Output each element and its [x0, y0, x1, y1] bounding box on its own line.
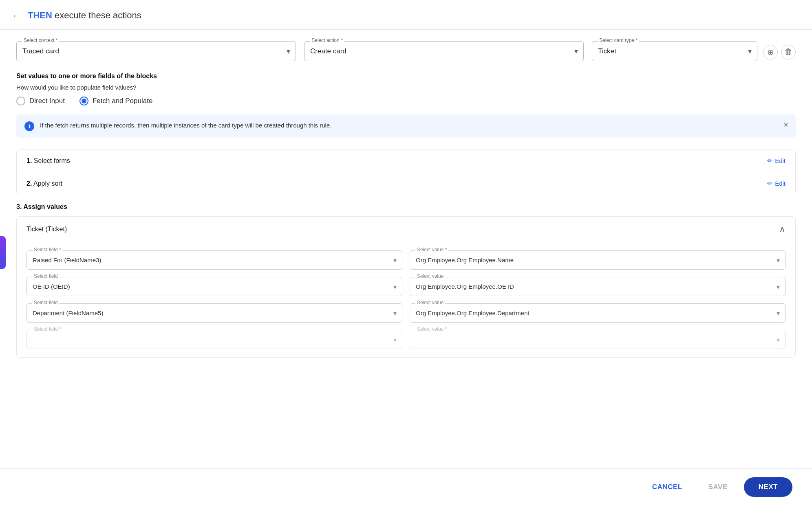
set-values-title: Set values to one or more fields of the … — [16, 72, 796, 80]
radio-group: Direct Input Fetch and Populate — [16, 97, 796, 105]
assign-header: Ticket (Ticket) ∧ — [17, 217, 795, 242]
field-label-4: Select field * — [32, 326, 63, 332]
step-1-number: 1. — [26, 157, 32, 164]
step-2-text: Apply sort — [33, 180, 62, 187]
card-type-label: Select card type * — [598, 37, 639, 43]
action-required-star: * — [341, 37, 343, 43]
step-1-edit-icon: ✏ — [767, 157, 772, 165]
field-row-1: Select field * Raised For (FieldName3) ▾… — [26, 250, 786, 270]
context-select[interactable]: Traced card — [16, 41, 296, 61]
assign-values-heading: 3. Assign values — [16, 203, 796, 211]
step-1-label: 1. Select forms — [26, 157, 70, 165]
action-label: Select action * — [310, 37, 344, 43]
page-title: THEN execute these actions — [28, 10, 141, 21]
direct-input-option[interactable]: Direct Input — [16, 97, 65, 105]
field-required-star-4: * — [59, 326, 61, 332]
save-button[interactable]: SAVE — [699, 478, 737, 496]
action-select-group: Select action * Create card ▾ — [304, 41, 584, 61]
cancel-button[interactable]: CANCEL — [642, 478, 692, 496]
title-rest: execute these actions — [52, 10, 141, 20]
direct-input-label: Direct Input — [29, 97, 65, 105]
field-dropdown-2[interactable]: OE ID (OEID) — [26, 277, 402, 296]
info-icon: i — [24, 121, 34, 131]
card-type-icon-buttons: ⊕ 🗑 — [763, 45, 796, 59]
value-dropdown-1[interactable]: Org Employee.Org Employee.Name — [410, 250, 786, 270]
step-2-edit-label: Edit — [775, 180, 786, 187]
fetch-populate-option[interactable]: Fetch and Populate — [79, 97, 152, 105]
card-type-select[interactable]: Ticket — [592, 41, 757, 61]
add-card-type-button[interactable]: ⊕ — [763, 45, 778, 59]
value-required-star-4: * — [445, 326, 447, 332]
step-2-edit-button[interactable]: ✏ Edit — [767, 180, 786, 187]
step-2-label: 2. Apply sort — [26, 180, 62, 187]
card-type-select-group: Select card type * Ticket ▾ — [592, 41, 757, 61]
step-1-edit-label: Edit — [775, 157, 786, 164]
field-select-2: Select field OE ID (OEID) ▾ — [26, 277, 402, 296]
value-label-4: Select value * — [415, 326, 448, 332]
field-row-3: Select field Department (FieldName5) ▾ S… — [26, 303, 786, 323]
step-1-row: 1. Select forms ✏ Edit — [17, 149, 795, 172]
value-label-2: Select value — [415, 273, 445, 279]
dropdowns-row: Select context * Traced card ▾ Select ac… — [16, 41, 796, 61]
step-1-text: Select forms — [34, 157, 70, 164]
back-button[interactable]: ← — [10, 9, 23, 22]
field-row-4: Select field * ▾ Select value * — [26, 330, 786, 349]
value-dropdown-2[interactable]: Org Employee.Org Employee.OE ID — [410, 277, 786, 296]
info-close-button[interactable]: × — [783, 120, 788, 130]
side-tab — [0, 236, 6, 269]
value-dropdown-4[interactable] — [410, 330, 786, 349]
populate-question: How would you like to populate field val… — [16, 84, 796, 91]
assign-section-container: Ticket (Ticket) ∧ Select field * Rai — [16, 216, 796, 358]
field-rows: Select field * Raised For (FieldName3) ▾… — [17, 242, 795, 357]
step-2-edit-icon: ✏ — [767, 180, 772, 187]
value-label-3: Select value — [415, 300, 445, 305]
footer: CANCEL SAVE NEXT — [0, 468, 812, 505]
context-label: Select context * — [22, 37, 59, 43]
direct-input-radio[interactable] — [16, 97, 25, 105]
field-select-4: Select field * ▾ — [26, 330, 402, 349]
field-dropdown-1[interactable]: Raised For (FieldName3) — [26, 250, 402, 270]
value-select-1: Select value * Org Employee.Org Employee… — [410, 250, 786, 270]
value-required-star-1: * — [445, 247, 447, 253]
field-required-star-1: * — [59, 247, 61, 253]
set-values-section: Set values to one or more fields of the … — [16, 72, 796, 358]
field-select-1: Select field * Raised For (FieldName3) ▾ — [26, 250, 402, 270]
value-select-3: Select value Org Employee.Org Employee.D… — [410, 303, 786, 323]
field-dropdown-3[interactable]: Department (FieldName5) — [26, 303, 402, 323]
value-dropdown-3[interactable]: Org Employee.Org Employee.Department — [410, 303, 786, 323]
back-icon: ← — [12, 11, 20, 20]
ticket-header-title: Ticket (Ticket) — [26, 226, 67, 233]
context-required-star: * — [56, 37, 58, 43]
collapse-button[interactable]: ∧ — [779, 224, 786, 235]
field-row-2: Select field OE ID (OEID) ▾ Select value — [26, 277, 786, 296]
action-select[interactable]: Create card — [304, 41, 584, 61]
value-label-1: Select value * — [415, 247, 448, 253]
delete-card-type-button[interactable]: 🗑 — [781, 45, 796, 59]
info-banner: i If the fetch returns multiple records,… — [16, 114, 796, 138]
field-label-2: Select field — [32, 273, 60, 279]
context-select-group: Select context * Traced card ▾ — [16, 41, 296, 61]
step-1-edit-button[interactable]: ✏ Edit — [767, 157, 786, 165]
step-2-row: 2. Apply sort ✏ Edit — [17, 172, 795, 195]
field-select-3: Select field Department (FieldName5) ▾ — [26, 303, 402, 323]
field-dropdown-4[interactable] — [26, 330, 402, 349]
info-text: If the fetch returns multiple records, t… — [40, 121, 788, 130]
fetch-populate-radio[interactable] — [79, 97, 88, 105]
value-select-4: Select value * ▾ — [410, 330, 786, 349]
assign-label: Assign values — [23, 203, 67, 210]
field-label-1: Select field * — [32, 247, 63, 253]
step-2-number: 2. — [26, 180, 32, 187]
assign-values-section: 3. Assign values Ticket (Ticket) ∧ Se — [16, 203, 796, 358]
card-type-required-star: * — [635, 37, 638, 43]
next-button[interactable]: NEXT — [744, 477, 792, 497]
field-label-3: Select field — [32, 300, 60, 305]
value-select-2: Select value Org Employee.Org Employee.O… — [410, 277, 786, 296]
page-header: ← THEN execute these actions — [0, 0, 812, 30]
fetch-populate-label: Fetch and Populate — [93, 97, 152, 105]
steps-section: 1. Select forms ✏ Edit 2. Apply sort ✏ — [16, 149, 796, 195]
assign-number: 3. — [16, 203, 22, 210]
then-keyword: THEN — [28, 10, 52, 20]
